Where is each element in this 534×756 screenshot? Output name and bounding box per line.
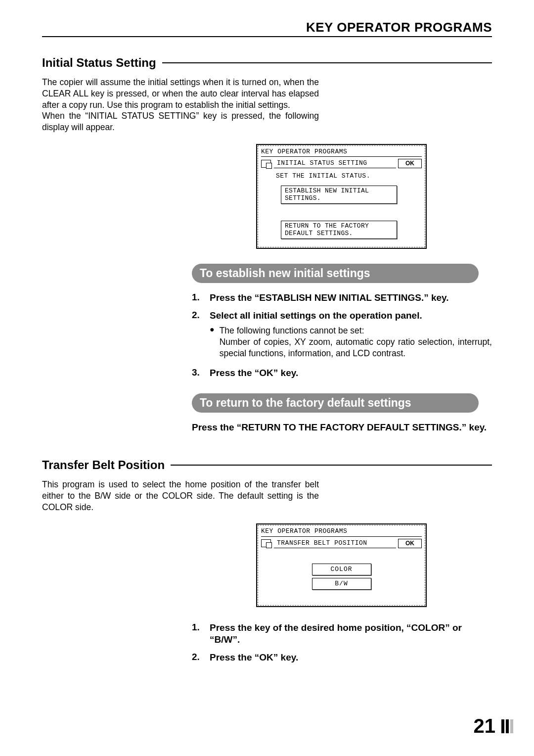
- steps-transfer-belt: 1. Press the key of the desired home pos…: [192, 622, 492, 663]
- pill-return: To return to the factory default setting…: [192, 393, 479, 413]
- section-heading-initial-status: Initial Status Setting: [42, 56, 492, 70]
- lcd1-title: INITIAL STATUS SETTING: [274, 159, 396, 168]
- lcd1-establish-button[interactable]: ESTABLISH NEW INITIAL SETTINGS.: [281, 186, 397, 204]
- header-title: KEY OPERATOR PROGRAMS: [306, 20, 492, 35]
- lcd2-ok-button[interactable]: OK: [398, 539, 422, 548]
- step-number: 1.: [192, 292, 210, 304]
- windows-icon: [261, 160, 271, 168]
- page-number-wrap: 21: [474, 715, 514, 737]
- lcd-initial-status: KEY OPERATOR PROGRAMS INITIAL STATUS SET…: [256, 144, 427, 249]
- lcd2-bw-button[interactable]: B/W: [312, 578, 371, 590]
- step-number: 1.: [192, 622, 210, 646]
- section1-title: Initial Status Setting: [42, 56, 156, 70]
- lcd1-return-button[interactable]: RETURN TO THE FACTORY DEFAULT SETTINGS.: [281, 221, 397, 239]
- page-number: 21: [474, 715, 496, 737]
- step2-detail: Number of copies, XY zoom, automatic cop…: [220, 336, 492, 359]
- section2-intro: This program is used to select the home …: [42, 479, 319, 513]
- step-number: 2.: [192, 652, 210, 663]
- tb-step1-text: Press the key of the desired home positi…: [210, 622, 492, 646]
- pill-establish: To establish new initial settings: [192, 264, 479, 283]
- tb-step2-text: Press the “OK” key.: [210, 652, 492, 663]
- lcd1-sub: SET THE INITIAL STATUS.: [276, 172, 422, 180]
- lcd2-top: KEY OPERATOR PROGRAMS: [261, 527, 422, 536]
- section2-title: Transfer Belt Position: [42, 458, 165, 472]
- windows-icon: [261, 539, 271, 547]
- lcd2-title: TRANSFER BELT POSITION: [274, 539, 396, 548]
- lcd1-ok-button[interactable]: OK: [398, 159, 422, 168]
- step3-text: Press the “OK” key.: [210, 367, 492, 379]
- rule: [171, 465, 492, 466]
- instr-return: Press the “RETURN TO THE FACTORY DEFAULT…: [192, 422, 492, 433]
- step1-text: Press the “ESTABLISH NEW INITIAL SETTING…: [210, 292, 492, 304]
- steps-establish: 1. Press the “ESTABLISH NEW INITIAL SETT…: [192, 292, 492, 379]
- section1-intro: The copier will assume the initial setti…: [42, 77, 319, 133]
- section-heading-transfer-belt: Transfer Belt Position: [42, 458, 492, 472]
- lcd-transfer-belt: KEY OPERATOR PROGRAMS TRANSFER BELT POSI…: [256, 523, 427, 607]
- rule: [162, 62, 492, 63]
- bullet-icon: ●: [210, 325, 215, 359]
- step2-bullet: The following functions cannot be set:: [220, 325, 492, 336]
- page-header: KEY OPERATOR PROGRAMS: [42, 20, 492, 37]
- step2-text: Select all initial settings on the opera…: [210, 310, 492, 322]
- lcd2-color-button[interactable]: COLOR: [312, 564, 371, 575]
- page-decor-icon: [501, 719, 513, 733]
- step-number: 3.: [192, 367, 210, 379]
- lcd1-top: KEY OPERATOR PROGRAMS: [261, 148, 422, 157]
- step-number: 2.: [192, 310, 210, 361]
